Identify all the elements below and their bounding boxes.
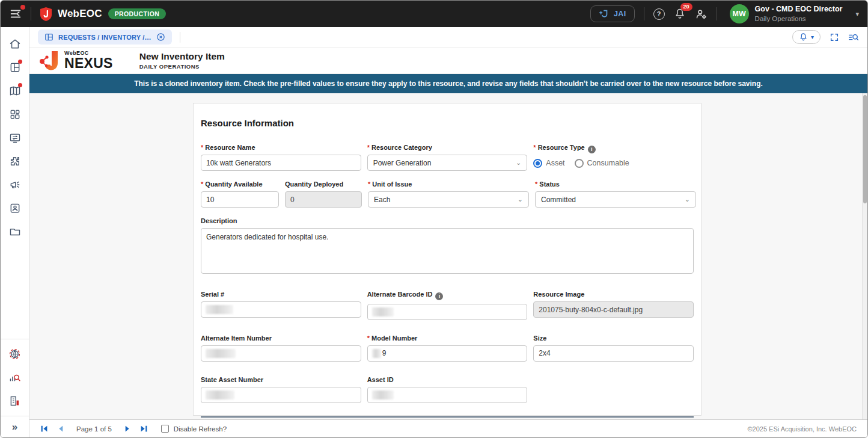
scrollbar-thumb[interactable] xyxy=(863,95,867,203)
notifications-bell-icon[interactable]: 20 xyxy=(674,8,686,20)
vertical-scrollbar[interactable] xyxy=(862,93,867,419)
globe-icon xyxy=(8,348,21,360)
field-alternate-item-number: Alternate Item Number xyxy=(201,335,361,362)
sidebar-item-displays[interactable] xyxy=(1,126,29,149)
field-state-asset-number: State Asset Number xyxy=(201,376,361,403)
first-page-button[interactable] xyxy=(40,425,48,433)
field-status: Status Committed ⌄ xyxy=(535,180,696,208)
tab-requests-inventory[interactable]: REQUESTS / INVENTORY /… xyxy=(38,29,172,45)
help-icon[interactable]: ? xyxy=(653,8,665,20)
sidebar-item-geo[interactable] xyxy=(1,342,29,366)
contact-card-icon xyxy=(9,202,21,214)
field-quantity-available: Quantity Available xyxy=(201,180,279,208)
building-icon xyxy=(8,395,21,407)
resource-image-input xyxy=(533,301,694,318)
home-icon xyxy=(9,38,21,50)
alternate-item-number-input[interactable] xyxy=(201,345,361,362)
topbar-actions: JAI ? 20 MW xyxy=(590,4,859,23)
topbar-divider xyxy=(644,7,644,20)
field-resource-type: Resource Typei Asset Consumable xyxy=(533,144,694,171)
sidebar-item-apps[interactable] xyxy=(1,102,29,126)
tab-divider xyxy=(180,32,180,43)
disable-refresh-checkbox[interactable] xyxy=(161,425,169,433)
resource-category-select[interactable]: Power Generation ⌄ xyxy=(367,155,528,171)
user-admin-icon[interactable] xyxy=(695,8,708,20)
resource-category-label: Resource Category xyxy=(367,144,528,151)
field-resource-name: Resource Name xyxy=(201,144,361,171)
radio-option-asset[interactable]: Asset xyxy=(533,159,564,168)
sidebar-item-maps[interactable] xyxy=(1,79,29,102)
sidebar-item-plugins[interactable] xyxy=(1,149,29,173)
clone-info-banner: This is a cloned inventory item. Check t… xyxy=(29,74,867,93)
unit-of-issue-label: Unit of Issue xyxy=(368,180,529,188)
sidebar-divider xyxy=(1,416,29,416)
size-label: Size xyxy=(533,335,694,342)
last-page-button[interactable] xyxy=(140,425,148,433)
radio-unselected-icon xyxy=(575,159,584,168)
next-page-button[interactable] xyxy=(124,425,132,433)
size-input[interactable] xyxy=(533,345,694,362)
megaphone-icon xyxy=(9,179,21,191)
environment-badge: PRODUCTION xyxy=(108,8,167,19)
sidebar-item-contacts[interactable] xyxy=(1,196,29,220)
status-value: Committed xyxy=(541,196,576,204)
quantity-available-input[interactable] xyxy=(201,191,279,208)
sidebar-item-analytics[interactable] xyxy=(1,366,29,389)
fullscreen-icon[interactable] xyxy=(830,32,839,42)
jai-icon xyxy=(599,9,610,19)
unit-of-issue-select[interactable]: Each ⌄ xyxy=(368,191,529,208)
close-icon[interactable] xyxy=(156,32,165,42)
previous-page-button[interactable] xyxy=(57,425,64,433)
asset-id-input[interactable] xyxy=(367,387,528,403)
sidebar-item-home[interactable] xyxy=(1,32,29,55)
model-number-input[interactable] xyxy=(367,345,528,362)
copyright-text: ©2025 ESi Acquisition, Inc. WebEOC xyxy=(747,425,857,433)
alternate-barcode-id-label-text: Alternate Barcode ID xyxy=(367,291,433,298)
resource-name-input[interactable] xyxy=(201,155,361,171)
page-title-block: New Inventory Item DAILY OPERATIONS xyxy=(139,51,225,70)
webeoc-window: WebEOC PRODUCTION JAI ? 20 xyxy=(0,0,868,438)
topbar-divider xyxy=(31,7,31,20)
sidebar-item-organization[interactable] xyxy=(1,389,29,413)
folder-icon xyxy=(9,226,21,238)
form-row-model: Alternate Item Number Model Number xyxy=(201,335,694,362)
avatar: MW xyxy=(730,4,749,23)
footer-bar: Page 1 of 5 Disable Refresh? ©2025 ESi A… xyxy=(29,419,867,437)
resource-type-label: Resource Typei xyxy=(533,144,694,153)
serial-number-input[interactable] xyxy=(201,301,361,318)
jai-button[interactable]: JAI xyxy=(590,5,635,22)
alternate-item-number-wrap xyxy=(201,345,361,362)
banner-message: This is a cloned inventory item. Check t… xyxy=(134,79,763,88)
user-menu[interactable]: MW Gov - CMD EOC Director Daily Operatio… xyxy=(730,4,859,23)
field-quantity-deployed: Quantity Deployed xyxy=(285,180,362,208)
sidebar-item-announcements[interactable] xyxy=(1,173,29,196)
form-row-asset: State Asset Number Asset ID xyxy=(201,376,694,403)
main-menu-icon[interactable] xyxy=(9,7,22,20)
form-section-divider xyxy=(201,416,694,418)
board-search-icon[interactable] xyxy=(848,32,859,42)
sidebar-item-boards[interactable] xyxy=(1,55,29,79)
form-row-serial: Serial # Alternate Barcode IDi xyxy=(201,291,694,320)
tab-label: REQUESTS / INVENTORY /… xyxy=(58,34,151,41)
sidebar-item-files[interactable] xyxy=(1,220,29,243)
info-icon[interactable]: i xyxy=(588,146,596,153)
chevron-down-icon: ▾ xyxy=(811,34,814,40)
resource-name-label: Resource Name xyxy=(201,144,361,151)
field-model-number: Model Number xyxy=(367,335,528,362)
sidebar-expand-icon[interactable]: » xyxy=(12,419,17,437)
juvare-shield-logo-icon xyxy=(40,7,52,22)
display-board-icon xyxy=(9,132,21,144)
alternate-barcode-id-label: Alternate Barcode IDi xyxy=(367,291,528,300)
alternate-barcode-id-input[interactable] xyxy=(367,304,528,320)
disable-refresh-control[interactable]: Disable Refresh? xyxy=(161,425,227,433)
description-textarea[interactable]: Generators dedicated for hospital use. xyxy=(201,228,694,274)
maps-alert-dot xyxy=(18,83,22,87)
radio-asset-label: Asset xyxy=(546,159,564,167)
status-select[interactable]: Committed ⌄ xyxy=(535,191,696,208)
info-icon[interactable]: i xyxy=(435,292,443,300)
puzzle-icon xyxy=(9,155,21,167)
board-notifications-button[interactable]: ▾ xyxy=(792,30,821,44)
analytics-search-icon xyxy=(8,371,21,384)
radio-option-consumable[interactable]: Consumable xyxy=(575,159,629,168)
state-asset-number-input[interactable] xyxy=(201,387,361,403)
